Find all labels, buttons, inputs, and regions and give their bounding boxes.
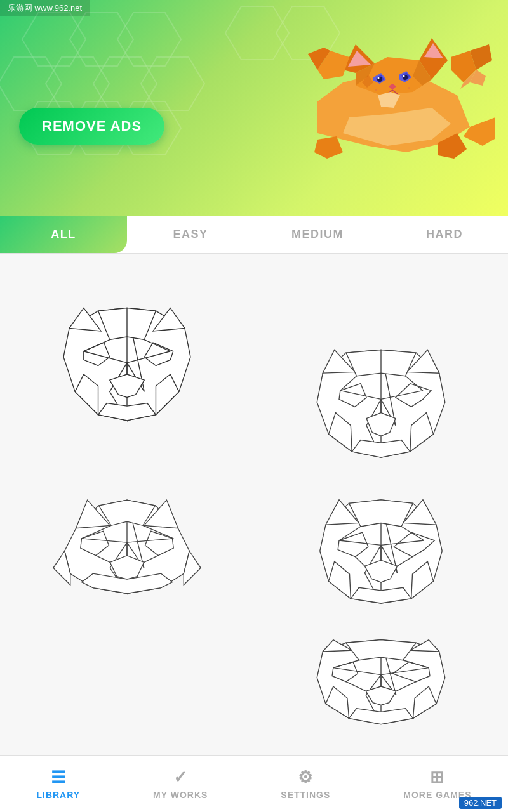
list-icon: ☰ bbox=[51, 768, 66, 787]
tab-hard[interactable]: HARD bbox=[381, 216, 508, 253]
bottom-nav: ☰ LIBRARY ✓ MY WORKS ⚙ SETTINGS ⊞ MORE G… bbox=[0, 755, 508, 812]
svg-marker-2 bbox=[117, 13, 181, 66]
svg-marker-0 bbox=[22, 13, 86, 66]
svg-marker-120 bbox=[346, 640, 416, 660]
svg-point-36 bbox=[403, 75, 405, 77]
svg-point-41 bbox=[408, 87, 410, 89]
tab-easy[interactable]: EASY bbox=[127, 216, 254, 253]
remove-ads-button[interactable]: REMOVE ADS bbox=[19, 108, 164, 145]
content-area bbox=[0, 254, 508, 755]
header-banner: REMOVE ADS bbox=[0, 0, 508, 216]
svg-marker-6 bbox=[141, 57, 204, 110]
svg-marker-5 bbox=[93, 57, 157, 110]
nav-settings[interactable]: ⚙ SETTINGS bbox=[271, 763, 340, 805]
puzzle-card-3[interactable] bbox=[0, 477, 254, 624]
poly-cat-illustration bbox=[279, 19, 495, 197]
svg-marker-53 bbox=[98, 403, 156, 421]
puzzle-card-1[interactable] bbox=[0, 260, 254, 477]
tab-medium[interactable]: MEDIUM bbox=[254, 216, 381, 253]
svg-marker-25 bbox=[314, 136, 343, 159]
site-label: 乐游网 www.962.net bbox=[0, 0, 90, 16]
svg-marker-4 bbox=[46, 57, 109, 110]
svg-marker-70 bbox=[352, 440, 410, 457]
svg-marker-1 bbox=[70, 13, 133, 66]
svg-point-40 bbox=[375, 89, 377, 91]
svg-point-32 bbox=[378, 77, 380, 79]
gear-icon: ⚙ bbox=[298, 768, 313, 787]
check-icon: ✓ bbox=[173, 768, 188, 787]
grid-icon: ⊞ bbox=[430, 768, 444, 787]
svg-marker-3 bbox=[0, 57, 62, 110]
svg-marker-27 bbox=[464, 117, 495, 146]
puzzle-card-2[interactable] bbox=[254, 260, 508, 477]
tab-bar: ALL EASY MEDIUM HARD bbox=[0, 216, 508, 254]
puzzle-card-4[interactable] bbox=[254, 477, 508, 624]
nav-library[interactable]: ☰ LIBRARY bbox=[26, 763, 90, 805]
nav-my-works[interactable]: ✓ MY WORKS bbox=[143, 763, 218, 805]
svg-marker-102 bbox=[349, 500, 413, 527]
tab-all[interactable]: ALL bbox=[0, 216, 127, 253]
watermark-bottom: 962.NET bbox=[459, 797, 502, 809]
puzzle-card-5[interactable] bbox=[254, 625, 508, 749]
